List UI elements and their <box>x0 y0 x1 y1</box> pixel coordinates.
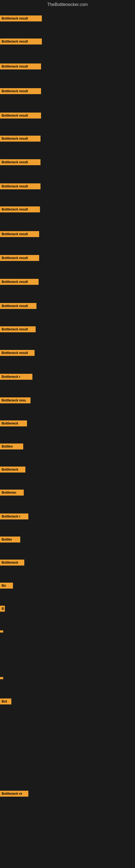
bottleneck-bar-container <box>0 629 3 633</box>
bottleneck-bar-container: Bottleneck resu <box>0 397 31 404</box>
bottleneck-bar-container: Bo <box>0 583 13 590</box>
bottleneck-bar: Bottleneck result <box>0 303 37 309</box>
bottleneck-bar: Bottleneck r <box>0 374 32 380</box>
bottleneck-bar-container: Bottleneck result <box>0 231 39 238</box>
bottleneck-bar-container: Bottleneck result <box>0 63 41 70</box>
bottleneck-bar: Bot <box>0 699 11 705</box>
bottleneck-bar: Bottleneck result <box>0 159 41 165</box>
bottleneck-bar-container: Bottleneck result <box>0 350 35 357</box>
bottleneck-bar-container: Bottleneck result <box>0 38 42 45</box>
bottleneck-bar: Bottleneck result <box>0 326 36 332</box>
bottleneck-bar: Bottlenec <box>0 490 24 496</box>
bottleneck-bar-container: Bottlen <box>0 443 23 451</box>
bottleneck-bar: Bottleneck result <box>0 113 41 119</box>
bottleneck-bar-container: Bottlenec <box>0 490 24 497</box>
bottleneck-bar: Bottler <box>0 536 20 542</box>
bottleneck-bar-container: Bottleneck re <box>0 791 28 798</box>
bottleneck-bar-container: Bottleneck <box>0 467 26 474</box>
bottleneck-bar: Bottleneck r <box>0 514 28 520</box>
bottleneck-bar-container: B <box>0 606 5 613</box>
bottleneck-bar: Bottlen <box>0 443 23 450</box>
bottleneck-bar: Bottleneck result <box>0 231 39 237</box>
bottleneck-bar: Bottleneck <box>0 467 26 472</box>
bottleneck-bar-container: Bottleneck <box>0 560 24 567</box>
bottleneck-bar-container: Bottleneck result <box>0 303 37 310</box>
site-title: TheBottlenecker.com <box>0 0 135 10</box>
bottleneck-bar: Bottleneck result <box>0 88 41 94</box>
bottleneck-bar-container: Bottleneck r <box>0 374 32 381</box>
bottleneck-bar-container: Bottleneck result <box>0 113 41 120</box>
bottleneck-bar-container: Bottleneck result <box>0 207 40 214</box>
bottleneck-bar-container: Bottleneck result <box>0 135 41 143</box>
bottleneck-bar-container: Bottleneck result <box>0 183 41 190</box>
bottleneck-bar-container: Bottleneck result <box>0 159 41 166</box>
bottleneck-bar: Bottleneck resu <box>0 397 31 403</box>
bottleneck-bar: Bottleneck result <box>0 183 41 189</box>
bottleneck-bar: Bottleneck result <box>0 16 42 22</box>
bottleneck-bar <box>0 630 3 632</box>
bottleneck-bar: Bottleneck result <box>0 135 41 142</box>
bottleneck-bar: Bo <box>0 583 13 589</box>
bottleneck-bar: Bottleneck re <box>0 791 28 797</box>
bottleneck-bar-container: Bottleneck result <box>0 88 41 95</box>
bottleneck-bar: Bottleneck result <box>0 63 41 69</box>
bottleneck-bar-container: Bottleneck r <box>0 514 28 521</box>
bottleneck-bar: B <box>0 606 5 612</box>
bottleneck-bar-container: Bottleneck <box>0 421 27 428</box>
bottleneck-bar-container: Bottleneck result <box>0 279 39 286</box>
bottleneck-bar: Bottleneck <box>0 421 27 426</box>
bottleneck-bar: Bottleneck result <box>0 255 39 261</box>
bottleneck-bar: Bottleneck <box>0 560 24 565</box>
bottleneck-bar <box>0 677 3 679</box>
bottleneck-bar: Bottleneck result <box>0 350 35 356</box>
bottleneck-bar-container: Bottleneck result <box>0 326 36 333</box>
bottleneck-bar: Bottleneck result <box>0 207 40 212</box>
bottleneck-bar-container <box>0 675 3 680</box>
bottleneck-bar-container: Bot <box>0 699 11 706</box>
bottleneck-bar-container: Bottler <box>0 536 20 544</box>
bottleneck-bar: Bottleneck result <box>0 38 42 44</box>
bottleneck-bar-container: Bottleneck result <box>0 255 39 262</box>
bottleneck-bar: Bottleneck result <box>0 279 39 285</box>
bottleneck-bar-container: Bottleneck result <box>0 16 42 23</box>
